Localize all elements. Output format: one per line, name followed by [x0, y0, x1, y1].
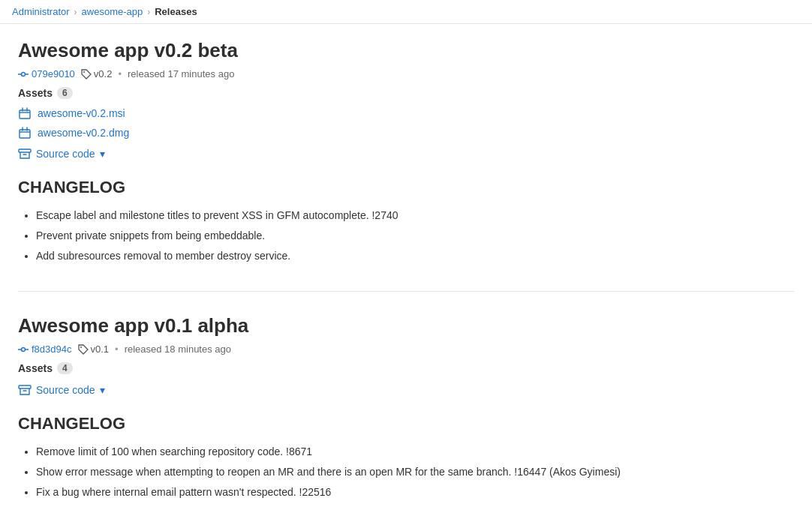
asset-name-dmg: awesome-v0.2.dmg: [38, 127, 129, 139]
package-icon-dmg: [18, 126, 32, 140]
released-time-1: released 17 minutes ago: [128, 68, 234, 80]
source-code-label-2: Source code: [36, 384, 95, 396]
svg-rect-11: [19, 386, 31, 388]
package-icon-msi: [18, 106, 32, 120]
asset-name-msi: awesome-v0.2.msi: [38, 107, 125, 119]
source-code-link-1[interactable]: Source code ▾: [18, 147, 105, 160]
svg-point-10: [80, 346, 82, 348]
released-time-2: released 18 minutes ago: [125, 344, 231, 355]
changelog-title-1: CHANGELOG: [18, 178, 794, 197]
svg-rect-6: [19, 149, 31, 152]
tag-version-1: v0.2: [94, 68, 113, 80]
assets-section-2: Assets 4 Source code ▾: [18, 362, 794, 399]
breadcrumb-awesome-app[interactable]: awesome-app: [82, 6, 143, 17]
svg-point-0: [22, 72, 26, 76]
breadcrumb-sep-2: ›: [147, 7, 150, 17]
breadcrumb-current: Releases: [155, 6, 197, 17]
archive-icon-1: [18, 147, 32, 160]
commit-link-1[interactable]: 079e9010: [18, 68, 75, 80]
breadcrumb-administrator[interactable]: Administrator: [12, 6, 70, 17]
meta-dot-1: •: [118, 68, 122, 80]
release-title-1: Awesome app v0.2 beta: [18, 39, 794, 62]
asset-link-dmg[interactable]: awesome-v0.2.dmg: [18, 124, 794, 141]
assets-header-1: Assets 6: [18, 87, 794, 99]
svg-rect-4: [20, 110, 30, 118]
breadcrumb: Administrator › awesome-app › Releases: [0, 0, 812, 24]
changelog-section-2: CHANGELOG Remove limit of 100 when searc…: [18, 414, 794, 500]
asset-link-msi[interactable]: awesome-v0.2.msi: [18, 105, 794, 122]
commit-hash-1: 079e9010: [32, 68, 75, 80]
source-code-chevron-2: ▾: [100, 384, 105, 396]
source-code-link-2[interactable]: Source code ▾: [18, 383, 105, 397]
source-code-chevron-1: ▾: [100, 148, 105, 160]
assets-label-1: Assets: [18, 87, 53, 99]
svg-point-7: [22, 347, 26, 351]
tag-icon-2: [78, 344, 89, 355]
release-block-2: Awesome app v0.1 alpha f8d3d94c: [18, 314, 794, 527]
source-code-label-1: Source code: [36, 148, 95, 160]
meta-dot-2: •: [115, 344, 119, 355]
commit-icon-2: [18, 344, 29, 355]
release-title-2: Awesome app v0.1 alpha: [18, 314, 794, 338]
tag-ref-2: v0.1: [78, 344, 110, 355]
list-item: Show error message when attempting to re…: [36, 464, 794, 480]
release-meta-2: f8d3d94c v0.1 • released 18 minutes ago: [18, 344, 794, 355]
list-item: Add subresources removal to member destr…: [36, 248, 794, 264]
assets-label-2: Assets: [18, 362, 53, 374]
changelog-title-2: CHANGELOG: [18, 414, 794, 434]
breadcrumb-sep-1: ›: [74, 7, 77, 17]
commit-hash-2: f8d3d94c: [32, 344, 72, 355]
tag-ref-1: v0.2: [81, 68, 113, 80]
assets-section-1: Assets 6 awesome-v0.2.msi: [18, 87, 794, 163]
archive-icon-2: [18, 383, 32, 397]
list-item: Remove limit of 100 when searching repos…: [36, 444, 794, 460]
tag-icon-1: [81, 69, 92, 80]
changelog-section-1: CHANGELOG Escape label and milestone tit…: [18, 178, 794, 264]
list-item: Fix a bug where internal email pattern w…: [36, 484, 794, 500]
assets-count-1: 6: [57, 87, 73, 99]
list-item: Prevent private snippets from being embe…: [36, 228, 794, 244]
changelog-list-2: Remove limit of 100 when searching repos…: [18, 444, 794, 500]
assets-header-2: Assets 4: [18, 362, 794, 374]
changelog-list-1: Escape label and milestone titles to pre…: [18, 208, 794, 264]
list-item: Escape label and milestone titles to pre…: [36, 208, 794, 224]
tag-version-2: v0.1: [91, 344, 110, 355]
svg-point-3: [83, 71, 85, 73]
page-content: Awesome app v0.2 beta 079e9010: [0, 24, 812, 528]
svg-rect-5: [20, 130, 30, 138]
release-meta-1: 079e9010 v0.2 • released 17 minutes ago: [18, 68, 794, 80]
commit-icon-1: [18, 69, 29, 80]
assets-count-2: 4: [57, 362, 73, 374]
commit-link-2[interactable]: f8d3d94c: [18, 344, 72, 355]
release-block-1: Awesome app v0.2 beta 079e9010: [18, 39, 794, 292]
